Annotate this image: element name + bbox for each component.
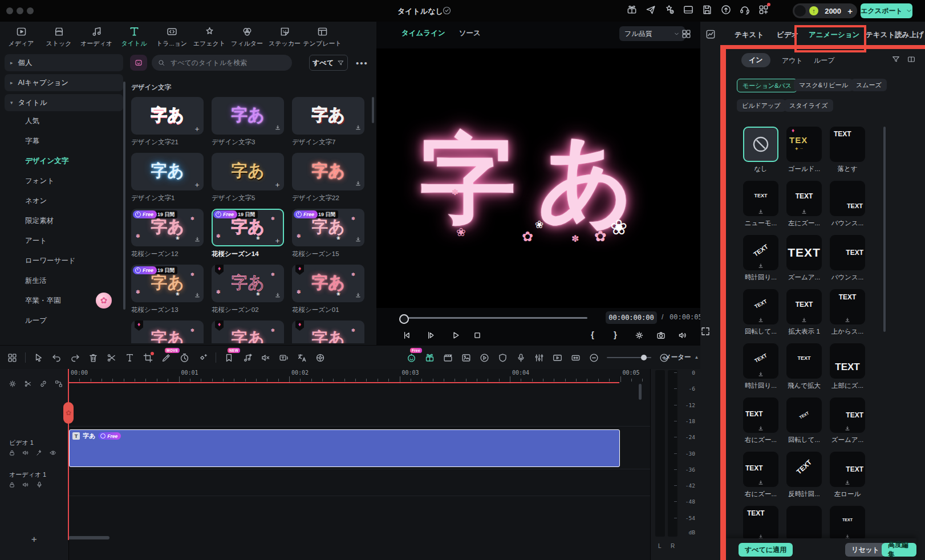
add-icon[interactable]: ＋ [193, 125, 201, 132]
sidebar-item-ネオン[interactable]: ネオン [0, 191, 128, 211]
gift-icon[interactable] [626, 4, 638, 15]
upload-icon[interactable] [720, 4, 732, 15]
library-thumbnail[interactable]: 字あ＋ [212, 153, 284, 190]
timeline-hscrollbar[interactable] [68, 536, 109, 539]
quality-dropdown[interactable]: フル品質 [619, 26, 685, 41]
animation-thumbnail[interactable]: TEXT [743, 181, 778, 216]
animation-item[interactable]: TEXTバウンス... [830, 181, 865, 235]
library-item[interactable]: 字あ✽❀✽♦ [212, 320, 284, 343]
export-button[interactable]: エクスポート [861, 3, 912, 18]
chip-モーション&パス[interactable]: モーション&パス [737, 79, 797, 92]
chip-マスク&リビール[interactable]: マスク&リビール [794, 79, 853, 91]
library-thumbnail[interactable]: 字あ✽❀✽♦ [212, 320, 284, 343]
record-icon[interactable] [552, 352, 563, 363]
library-item[interactable]: 字あ✽❀✽♦花桜シーズン01 [292, 265, 364, 320]
animation-item[interactable]: TEXTバウンス... [830, 235, 865, 289]
animation-thumbnail[interactable]: TEXT [743, 289, 778, 324]
giftbox-icon[interactable] [424, 352, 435, 363]
mark-out-button[interactable]: } [614, 330, 617, 339]
ai-assistant-icon[interactable]: Free [406, 352, 417, 363]
more-options-button[interactable]: ••• [356, 58, 368, 68]
animation-thumbnail[interactable] [786, 506, 822, 539]
layout-view-icon[interactable] [681, 29, 692, 39]
marker-icon[interactable]: NEW [224, 352, 234, 363]
media-tab-エフェクト[interactable]: エフェクト [192, 23, 227, 50]
timeline-clip[interactable]: T 字あ Free [69, 429, 620, 467]
animation-thumbnail[interactable]: TEXT [830, 452, 865, 487]
playhead-handle[interactable]: ✿ [63, 402, 74, 424]
library-thumbnail[interactable]: 字あ＋ [131, 97, 204, 135]
mixer-icon[interactable] [534, 352, 545, 363]
scopes-icon[interactable] [705, 29, 716, 40]
fit-timeline-icon[interactable] [570, 352, 581, 363]
animation-thumbnail[interactable]: TEXT [786, 289, 822, 324]
library-item[interactable]: 字あ✽❀✽♦花桜シーズン02 [212, 265, 284, 320]
animation-item[interactable]: TEXT落とす [830, 127, 865, 181]
library-thumbnail[interactable]: 字あ✽❀✽♦ [292, 320, 364, 343]
apply-all-button[interactable]: すべてに適用 [739, 543, 793, 557]
download-icon[interactable] [355, 236, 362, 244]
window-zoom-button[interactable] [27, 7, 34, 14]
layout-grid-icon[interactable] [7, 352, 18, 363]
library-item[interactable]: 字あ✽❀✽Free19 日間＋花桜シーズン14 [212, 209, 284, 265]
lock-icon[interactable] [8, 449, 16, 457]
preview-tab-タイムライン[interactable]: タイムライン [401, 29, 445, 38]
cut-icon[interactable] [23, 379, 33, 388]
sidebar-item-卒業・卒園[interactable]: 卒業・卒園✿ [0, 291, 128, 311]
animation-item[interactable]: TEXTズームア... [830, 397, 865, 452]
lock-icon[interactable] [8, 481, 16, 489]
brush-icon[interactable] [35, 449, 43, 457]
window-close-button[interactable] [6, 7, 13, 14]
support-icon[interactable] [739, 4, 750, 15]
download-icon[interactable] [274, 292, 281, 300]
redo-icon[interactable] [70, 352, 80, 363]
animation-thumbnail[interactable]: TEXT [743, 235, 778, 270]
library-item[interactable]: 字あ＋デザイン文字5 [212, 153, 284, 209]
media-tab-ステッカー[interactable]: ステッカー [267, 23, 302, 50]
download-icon[interactable] [355, 124, 362, 132]
download-icon[interactable] [355, 292, 362, 300]
animation-item[interactable]: TEXT左ロール [830, 452, 865, 506]
media-tab-オーディオ[interactable]: オーディオ [79, 23, 114, 50]
animation-item[interactable]: TEXT拡大表示 1 [786, 289, 822, 343]
sidebar-item-字幕[interactable]: 字幕 [0, 131, 128, 151]
media-tab-テンプレート[interactable]: テンプレート [305, 23, 340, 50]
download-icon[interactable] [194, 236, 201, 244]
panel-tab-アニメーション[interactable]: アニメーション [809, 30, 859, 40]
avatar[interactable] [794, 5, 806, 17]
sidebar-scrollbar[interactable] [123, 82, 125, 310]
playhead-line[interactable] [68, 369, 69, 540]
speed-play-icon[interactable] [479, 352, 490, 363]
sidebar-item-アート[interactable]: アート [0, 231, 128, 251]
library-thumbnail[interactable]: 字あ✽❀✽♦ [131, 320, 204, 343]
library-thumbnail[interactable]: 字あ✽❀✽Free19 日間 [131, 265, 204, 302]
animation-thumbnail[interactable]: TEXT [743, 397, 778, 433]
speed-icon[interactable] [179, 352, 190, 363]
search-input[interactable] [169, 58, 269, 67]
sidebar-item-デザイン文字[interactable]: デザイン文字 [0, 151, 128, 171]
step-frame-icon[interactable] [425, 330, 436, 340]
animation-thumbnail[interactable]: TEXT [830, 127, 865, 162]
apps-icon[interactable] [758, 4, 769, 15]
library-thumbnail[interactable]: 字あ✽❀✽Free19 日間 [131, 209, 204, 246]
library-item[interactable]: 字あ✽❀✽♦ [131, 320, 204, 343]
preview-tab-ソース[interactable]: ソース [459, 29, 481, 38]
tts-icon[interactable] [278, 352, 289, 363]
gear-icon[interactable] [8, 379, 17, 388]
library-item[interactable]: 字あ✽❀✽Free19 日間花桜シーズン13 [131, 265, 204, 320]
animation-thumbnail[interactable]: TEXT [743, 452, 778, 487]
seek-bar[interactable] [403, 317, 587, 319]
animation-scrollbar[interactable] [883, 127, 886, 332]
library-thumbnail[interactable]: 字あ✽❀✽Free19 日間 [292, 209, 364, 246]
send-icon[interactable] [645, 4, 656, 15]
mic-icon[interactable] [516, 352, 526, 363]
mask-tool-icon[interactable]: MOVE [161, 352, 172, 363]
animation-item[interactable]: TEXTズームア... [786, 235, 822, 289]
sidebar-group-個人[interactable]: ▸個人 [5, 54, 123, 71]
animation-thumbnail[interactable]: TEXT [830, 343, 865, 379]
crop-icon[interactable] [143, 352, 153, 363]
animation-thumbnail[interactable]: TEXT [786, 397, 822, 433]
text-tool-icon[interactable] [124, 352, 135, 363]
prev-frame-icon[interactable] [401, 330, 412, 340]
animation-thumbnail[interactable]: TEXT [786, 235, 822, 270]
